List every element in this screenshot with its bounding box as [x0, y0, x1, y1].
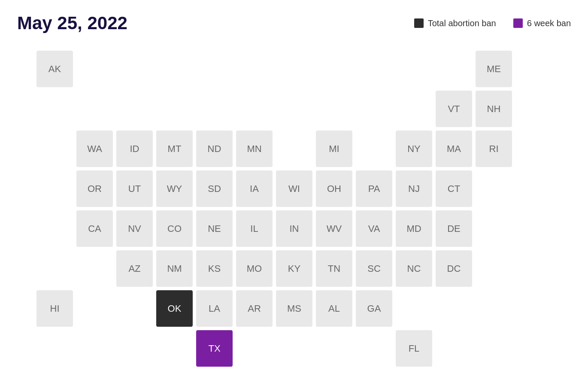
empty-cell — [356, 330, 392, 367]
empty-cell — [116, 290, 153, 327]
state-dc[interactable]: DC — [436, 250, 472, 287]
state-ak[interactable]: AK — [36, 51, 73, 87]
state-mn[interactable]: MN — [236, 131, 273, 167]
state-al[interactable]: AL — [316, 290, 352, 327]
state-in[interactable]: IN — [276, 210, 312, 247]
empty-cell — [276, 330, 312, 367]
empty-cell — [36, 170, 73, 207]
state-grid: AKMEVTNHWAIDMTNDMNMINYMARIORUTWYSDIAWIOH… — [36, 51, 552, 367]
state-nh[interactable]: NH — [476, 91, 512, 127]
empty-cell — [276, 51, 312, 87]
us-map: AKMEVTNHWAIDMTNDMNMINYMARIORUTWYSDIAWIOH… — [36, 51, 552, 367]
state-ne[interactable]: NE — [196, 210, 233, 247]
state-pa[interactable]: PA — [356, 170, 392, 207]
state-ny[interactable]: NY — [396, 131, 432, 167]
state-sc[interactable]: SC — [356, 250, 392, 287]
state-oh[interactable]: OH — [316, 170, 352, 207]
empty-cell — [316, 91, 352, 127]
state-hi[interactable]: HI — [36, 290, 73, 327]
empty-cell — [116, 91, 153, 127]
empty-cell — [476, 250, 512, 287]
state-ca[interactable]: CA — [76, 210, 113, 247]
state-wy[interactable]: WY — [156, 170, 193, 207]
empty-cell — [236, 91, 273, 127]
state-wi[interactable]: WI — [276, 170, 312, 207]
empty-cell — [476, 290, 512, 327]
state-nj[interactable]: NJ — [396, 170, 432, 207]
state-tn[interactable]: TN — [316, 250, 352, 287]
page-header: May 25, 2022 Total abortion ban 6 week b… — [17, 13, 571, 33]
state-ok[interactable]: OK — [156, 290, 193, 327]
empty-cell — [356, 131, 392, 167]
empty-cell — [396, 290, 432, 327]
empty-cell — [36, 91, 73, 127]
empty-cell — [196, 91, 233, 127]
state-ar[interactable]: AR — [236, 290, 273, 327]
empty-cell — [156, 51, 193, 87]
state-mi[interactable]: MI — [316, 131, 352, 167]
empty-cell — [156, 330, 193, 367]
state-ut[interactable]: UT — [116, 170, 153, 207]
state-md[interactable]: MD — [396, 210, 432, 247]
empty-cell — [436, 290, 472, 327]
empty-cell — [76, 330, 113, 367]
state-de[interactable]: DE — [436, 210, 472, 247]
state-la[interactable]: LA — [196, 290, 233, 327]
state-ks[interactable]: KS — [196, 250, 233, 287]
state-nm[interactable]: NM — [156, 250, 193, 287]
state-or[interactable]: OR — [76, 170, 113, 207]
state-wa[interactable]: WA — [76, 131, 113, 167]
empty-cell — [276, 131, 312, 167]
state-ky[interactable]: KY — [276, 250, 312, 287]
empty-cell — [156, 91, 193, 127]
state-id[interactable]: ID — [116, 131, 153, 167]
state-vt[interactable]: VT — [436, 91, 472, 127]
six-week-ban-label: 6 week ban — [527, 18, 571, 28]
empty-cell — [76, 51, 113, 87]
page-title: May 25, 2022 — [17, 13, 127, 33]
empty-cell — [236, 330, 273, 367]
state-ma[interactable]: MA — [436, 131, 472, 167]
empty-cell — [116, 51, 153, 87]
state-co[interactable]: CO — [156, 210, 193, 247]
state-wv[interactable]: WV — [316, 210, 352, 247]
empty-cell — [36, 250, 73, 287]
empty-cell — [356, 91, 392, 127]
state-nd[interactable]: ND — [196, 131, 233, 167]
empty-cell — [436, 51, 472, 87]
state-nc[interactable]: NC — [396, 250, 432, 287]
state-ia[interactable]: IA — [236, 170, 273, 207]
empty-cell — [316, 51, 352, 87]
empty-cell — [396, 51, 432, 87]
empty-cell — [76, 91, 113, 127]
state-sd[interactable]: SD — [196, 170, 233, 207]
state-fl[interactable]: FL — [396, 330, 432, 367]
state-il[interactable]: IL — [236, 210, 273, 247]
legend-total-ban: Total abortion ban — [414, 18, 496, 28]
state-ms[interactable]: MS — [276, 290, 312, 327]
state-mo[interactable]: MO — [236, 250, 273, 287]
empty-cell — [116, 330, 153, 367]
state-ri[interactable]: RI — [476, 131, 512, 167]
empty-cell — [276, 91, 312, 127]
state-va[interactable]: VA — [356, 210, 392, 247]
state-az[interactable]: AZ — [116, 250, 153, 287]
empty-cell — [236, 51, 273, 87]
state-ct[interactable]: CT — [436, 170, 472, 207]
state-nv[interactable]: NV — [116, 210, 153, 247]
empty-cell — [36, 210, 73, 247]
legend-six-week-ban: 6 week ban — [513, 18, 571, 28]
state-me[interactable]: ME — [476, 51, 512, 87]
empty-cell — [76, 290, 113, 327]
legend: Total abortion ban 6 week ban — [414, 18, 571, 28]
empty-cell — [36, 131, 73, 167]
state-tx[interactable]: TX — [196, 330, 233, 367]
empty-cell — [316, 330, 352, 367]
empty-cell — [76, 250, 113, 287]
state-mt[interactable]: MT — [156, 131, 193, 167]
empty-cell — [36, 330, 73, 367]
empty-cell — [396, 91, 432, 127]
empty-cell — [196, 51, 233, 87]
state-ga[interactable]: GA — [356, 290, 392, 327]
empty-cell — [476, 330, 512, 367]
